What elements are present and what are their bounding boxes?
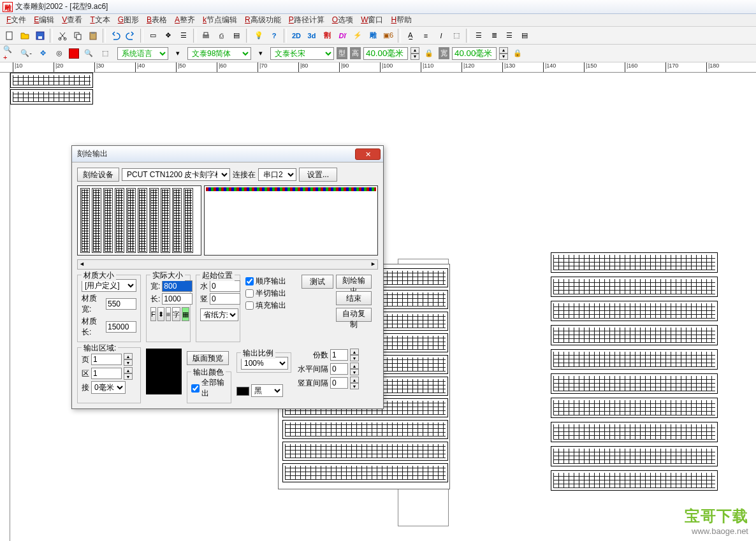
tool-grid[interactable]: ▦ [182, 307, 189, 321]
menu-a[interactable]: A整齐 [171, 13, 199, 27]
paper-save-select[interactable]: 省纸方式 [200, 308, 238, 321]
italic-icon[interactable]: I [434, 29, 448, 43]
width-down[interactable]: ▼ [499, 54, 508, 60]
pattern-strip[interactable] [10, 89, 93, 105]
zoom-out-icon[interactable]: 🔍- [19, 47, 33, 61]
tool-f-icon[interactable]: ⬚ [449, 29, 463, 43]
copies-input[interactable] [330, 349, 348, 361]
pattern-strip[interactable] [551, 277, 718, 297]
font1-select[interactable]: 文泰98简体 [187, 47, 251, 60]
gv-up[interactable]: ▲ [350, 377, 359, 383]
mat-l-input[interactable] [106, 321, 136, 333]
material-preset[interactable]: [用户定义] [82, 279, 136, 292]
lock-icon[interactable]: 🔒 [422, 47, 436, 61]
tool-b-icon[interactable]: ❖ [161, 29, 175, 43]
setup-button[interactable]: 设置... [299, 168, 337, 182]
org-y-input[interactable] [210, 293, 240, 305]
gh-dn[interactable]: ▼ [350, 369, 359, 375]
end-button[interactable]: 结束 [336, 291, 372, 305]
tool-mirror[interactable]: ⬍ [157, 307, 164, 321]
menu-b[interactable]: B表格 [143, 13, 171, 27]
cut-icon[interactable] [55, 29, 69, 43]
output-icon[interactable]: ⎙ [214, 29, 228, 43]
device-select[interactable]: PCUT CTN1200 皮卡刻字机 [122, 168, 230, 181]
test-button[interactable]: 测试 [302, 275, 333, 289]
page-dn[interactable]: ▼ [124, 359, 133, 366]
pattern-strip[interactable] [551, 349, 718, 370]
align-left-icon[interactable]: ☰ [472, 29, 486, 43]
align-just-icon[interactable]: ▤ [518, 29, 532, 43]
print-icon[interactable] [199, 29, 213, 43]
copy-icon[interactable] [71, 29, 85, 43]
height-down[interactable]: ▼ [411, 54, 419, 60]
pan-icon[interactable]: ✥ [36, 47, 50, 61]
pattern-strip[interactable] [551, 252, 718, 273]
layout-preview-button[interactable]: 版面预览 [187, 351, 229, 365]
gaph-input[interactable] [330, 363, 348, 375]
menu-f[interactable]: F文件 [3, 13, 30, 27]
menu-h[interactable]: H帮助 [387, 13, 416, 27]
zoom-sel-icon[interactable]: ⬚ [98, 47, 112, 61]
btn-2d[interactable]: 2D [289, 29, 303, 43]
zone-dn[interactable]: ▼ [124, 373, 133, 380]
tool-f[interactable]: F [150, 307, 156, 321]
pattern-strip[interactable] [551, 422, 718, 442]
mat-w-input[interactable] [106, 298, 136, 310]
pattern-strip[interactable] [282, 420, 448, 439]
zoom-in-icon[interactable]: 🔍+ [3, 47, 17, 61]
copies-up[interactable]: ▲ [350, 349, 359, 355]
join-select[interactable]: 0毫米 [91, 381, 126, 394]
pattern-strip[interactable] [551, 373, 718, 394]
gapv-input[interactable] [330, 377, 348, 389]
copies-dn[interactable]: ▼ [350, 355, 359, 361]
redo-icon[interactable] [124, 29, 138, 43]
bulb-icon[interactable]: 💡 [252, 29, 266, 43]
chk-half[interactable]: 半切输出 [245, 288, 296, 299]
zone-up[interactable]: ▲ [124, 367, 133, 373]
gh-up[interactable]: ▲ [350, 363, 359, 369]
menu-e[interactable]: E编辑 [30, 13, 58, 27]
chk-order[interactable]: 顺序输出 [245, 276, 296, 287]
btn-3d[interactable]: 3d [305, 29, 319, 43]
pattern-strip[interactable] [551, 398, 718, 418]
menu-g[interactable]: G图形 [114, 13, 143, 27]
system-lang-select[interactable]: 系统语言 [117, 47, 168, 60]
text-tool-icon[interactable]: A̲ [403, 29, 418, 43]
new-icon[interactable] [3, 29, 17, 43]
preview-scrollbar[interactable] [77, 259, 378, 270]
save-icon[interactable] [33, 29, 47, 43]
width-up[interactable]: ▲ [499, 47, 508, 54]
act-l-input[interactable] [162, 293, 193, 305]
height-up[interactable]: ▲ [411, 47, 419, 54]
output-button[interactable]: 刻绘输出 [336, 275, 372, 289]
align-center-icon[interactable]: ≣ [487, 29, 501, 43]
org-x-input[interactable] [210, 280, 240, 292]
menu-w[interactable]: W窗口 [357, 13, 387, 27]
chk-allcolor[interactable]: 全部输出 [191, 377, 227, 399]
pattern-strip[interactable] [551, 446, 718, 466]
align-l-icon[interactable]: ≡ [419, 29, 433, 43]
act-w-input[interactable] [162, 280, 193, 292]
pattern-strip[interactable] [551, 470, 718, 491]
open-icon[interactable] [18, 29, 32, 43]
target-icon[interactable]: ◎ [52, 47, 66, 61]
autocopy-button[interactable]: 自动复制 [336, 308, 372, 322]
tool-c-icon[interactable]: ☰ [177, 29, 191, 43]
dropdown2-icon[interactable]: ▾ [254, 47, 268, 61]
lock2-icon[interactable]: 🔒 [511, 47, 525, 61]
menu-t[interactable]: T文本 [86, 13, 113, 27]
tool-lines[interactable]: ≡ [166, 307, 171, 321]
menu-v[interactable]: V查看 [58, 13, 86, 27]
btn-e6-icon[interactable]: ▣6 [381, 29, 395, 43]
dialog-titlebar[interactable]: 刻绘输出 ✕ [72, 146, 383, 162]
height-input[interactable] [363, 47, 408, 60]
align-right-icon[interactable]: ☰ [502, 29, 516, 43]
page-up[interactable]: ▲ [124, 353, 133, 359]
btn-cut[interactable]: 割 [320, 29, 334, 43]
paste-icon[interactable] [86, 29, 100, 43]
menu-o[interactable]: O选项 [328, 13, 357, 27]
pattern-strip[interactable] [551, 325, 718, 345]
chk-fill[interactable]: 填充输出 [245, 300, 296, 311]
dropdown-icon[interactable]: ▾ [171, 47, 185, 61]
red-square-icon[interactable] [69, 48, 79, 59]
